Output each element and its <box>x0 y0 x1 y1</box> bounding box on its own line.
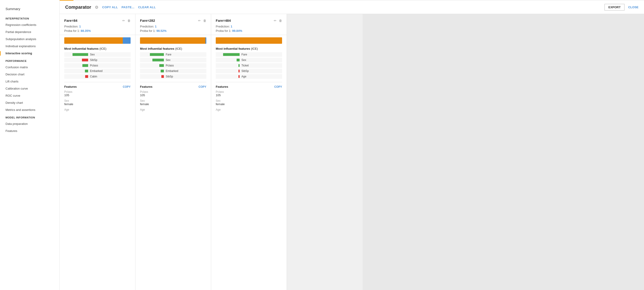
feature-name: Age <box>216 108 282 111</box>
card-prediction: Prediction: 1 <box>64 25 130 28</box>
ice-bar-container <box>65 75 88 78</box>
close-button[interactable]: CLOSE <box>628 5 638 9</box>
features-header: Features COPY <box>64 82 130 88</box>
ice-bar-container <box>141 69 164 73</box>
ice-bar-green <box>161 70 164 72</box>
topbar: Comparator ⚙ COPY ALL PASTE... CLEAR ALL… <box>60 1 644 14</box>
ice-tag: (ICE) <box>251 47 258 50</box>
ice-bar-container <box>217 58 240 62</box>
ice-label: Embarked <box>166 69 178 73</box>
features-copy-button[interactable]: COPY <box>198 85 206 88</box>
card-header: Fare=282 ✏ 🗑 <box>140 18 206 22</box>
feature-item: Sex female <box>64 99 130 106</box>
sidebar-item-calibration-curve[interactable]: Calibration curve <box>0 85 60 92</box>
sidebar-item-lift-charts[interactable]: Lift charts <box>0 78 60 85</box>
ice-label: Ticket <box>242 64 249 67</box>
sidebar-item-confusion-matrix[interactable]: Confusion matrix <box>0 64 60 71</box>
sidebar-item-interactive-scoring[interactable]: Interactive scoring <box>0 50 60 57</box>
sidebar-item-regression-coefficients[interactable]: Regression coefficients <box>0 21 60 28</box>
ice-label: Embarked <box>90 69 102 73</box>
delete-icon[interactable]: 🗑 <box>203 19 206 22</box>
sidebar-item-density-chart[interactable]: Density chart <box>0 99 60 106</box>
feature-name: Sex <box>64 99 130 102</box>
card-title: Fare=484 <box>216 18 231 22</box>
ice-row: Ticket <box>216 63 282 68</box>
card-title: Fare=84 <box>64 18 77 22</box>
sidebar-item-roc-curve[interactable]: ROC curve <box>0 92 60 99</box>
prob-bar <box>216 37 282 44</box>
ice-label: Fare <box>166 53 172 56</box>
export-button[interactable]: EXPORT <box>604 4 624 10</box>
feature-name: Age <box>140 108 206 111</box>
feature-value: female <box>140 102 206 106</box>
feature-item: Age <box>140 108 206 111</box>
sidebar-item-data-preparation[interactable]: Data preparation <box>0 120 60 127</box>
paste-button[interactable]: PASTE... <box>122 5 134 9</box>
delete-icon[interactable]: 🗑 <box>279 19 282 22</box>
ice-label: SibSp <box>242 69 249 73</box>
sidebar-item-decision-chart[interactable]: Decision chart <box>0 71 60 78</box>
feature-name: Pclass <box>64 90 130 93</box>
ice-bar-container <box>65 69 88 73</box>
sidebar-section-title: PERFORMANCE <box>0 57 60 64</box>
features-list: Pclass 105 Sex female Age <box>64 90 130 111</box>
sidebar-item-summary[interactable]: Summary <box>0 4 60 14</box>
edit-icon[interactable]: ✏ <box>274 19 276 22</box>
prob-bar <box>64 37 130 44</box>
sidebar-item-features[interactable]: Features <box>0 127 60 135</box>
feature-value: 105 <box>64 93 130 97</box>
main-content: Comparator ⚙ COPY ALL PASTE... CLEAR ALL… <box>60 0 644 290</box>
features-title: Features <box>216 85 228 88</box>
feature-value: 105 <box>216 93 282 97</box>
ice-bar-red <box>161 75 164 78</box>
feature-item: Pclass 105 <box>216 90 282 97</box>
comparator-card-card-1: Fare=84 ✏ 🗑 Prediction: 1 Proba for 1: 8… <box>60 14 136 290</box>
feature-name: Sex <box>140 99 206 102</box>
ice-bar-red <box>238 70 240 72</box>
features-copy-button[interactable]: COPY <box>274 85 282 88</box>
prediction-value: 1 <box>79 25 81 28</box>
sidebar-section-title: INTERPRETATION <box>0 14 60 21</box>
ice-bar-green <box>159 64 164 67</box>
card-header-icons: ✏ 🗑 <box>122 19 130 22</box>
prob-bar-orange <box>140 37 206 44</box>
clear-all-button[interactable]: CLEAR ALL <box>138 5 156 9</box>
feature-value: 105 <box>140 93 206 97</box>
card-title: Fare=282 <box>140 18 155 22</box>
ice-row: Embarked <box>140 69 206 73</box>
feature-item: Pclass 105 <box>140 90 206 97</box>
ice-bar-container <box>141 53 164 56</box>
ice-rows-container: Fare Sex Pclass Embarked <box>140 52 206 79</box>
feature-item: Age <box>64 108 130 111</box>
ice-label: Fare <box>242 53 247 56</box>
ice-bar-container <box>65 58 88 62</box>
copy-all-button[interactable]: COPY ALL <box>102 5 118 9</box>
sidebar-item-individual-explanations[interactable]: Individual explanations <box>0 43 60 50</box>
ice-bar-red <box>238 75 240 78</box>
ice-bar-green <box>82 64 88 67</box>
ice-row: SibSp <box>64 58 130 62</box>
sidebar-item-partial-dependence[interactable]: Partial dependence <box>0 28 60 35</box>
edit-icon[interactable]: ✏ <box>122 19 125 22</box>
ice-bar-container <box>65 53 88 56</box>
sidebar-item-subpopulation-analysis[interactable]: Subpopulation analysis <box>0 35 60 43</box>
ice-section-title: Most influential features (ICE) <box>140 47 206 50</box>
ice-row: Pclass <box>140 63 206 68</box>
proba-value: 88.35% <box>81 29 91 32</box>
sidebar-item-metrics-assertions[interactable]: Metrics and assertions <box>0 106 60 113</box>
card-proba: Proba for 1: 99.84% <box>216 29 282 32</box>
ice-label: Sex <box>166 58 170 62</box>
gear-icon[interactable]: ⚙ <box>95 5 98 10</box>
features-copy-button[interactable]: COPY <box>123 85 130 88</box>
prob-bar-blue <box>123 37 130 44</box>
edit-icon[interactable]: ✏ <box>198 19 201 22</box>
ice-row: SibSp <box>140 74 206 79</box>
delete-icon[interactable]: 🗑 <box>128 19 130 22</box>
feature-name: Age <box>64 108 130 111</box>
prob-bar <box>140 37 206 44</box>
ice-section-title: Most influential features (ICE) <box>64 47 130 50</box>
ice-row: Fare <box>216 52 282 57</box>
features-header: Features COPY <box>140 82 206 88</box>
card-header: Fare=484 ✏ 🗑 <box>216 18 282 22</box>
ice-bar-green <box>85 70 88 72</box>
